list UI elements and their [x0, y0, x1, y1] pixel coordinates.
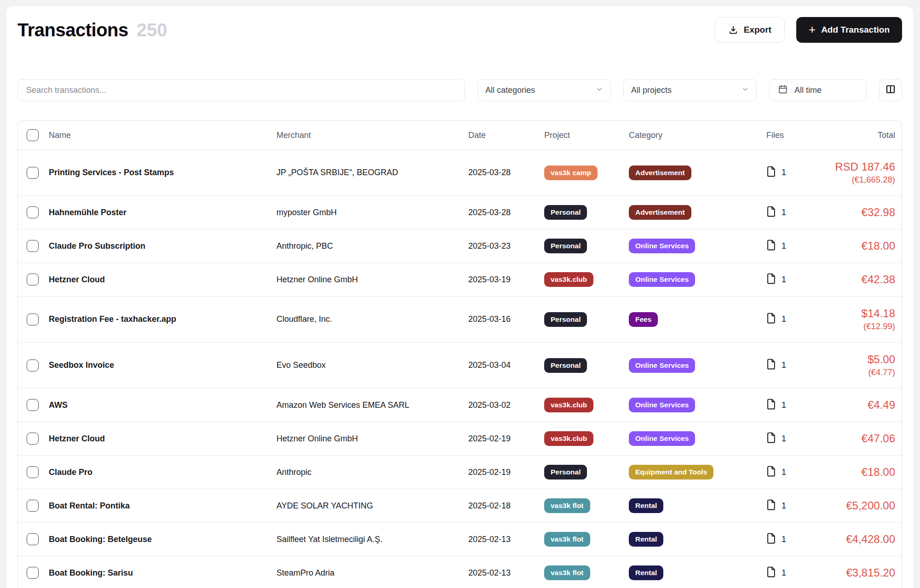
plus-icon: +	[809, 23, 816, 35]
transaction-date: 2025-02-13	[468, 568, 544, 578]
table-row[interactable]: Hetzner Cloud Hetzner Online GmbH 2025-0…	[18, 422, 902, 456]
row-checkbox[interactable]	[27, 533, 39, 545]
transaction-merchant: JP „POŠTA SRBIJE“, BEOGRAD	[276, 168, 468, 177]
transaction-merchant: Hetzner Online GmbH	[276, 434, 468, 444]
row-checkbox[interactable]	[27, 274, 39, 285]
transaction-merchant: Anthropic, PBC	[276, 241, 468, 251]
total-amount: €47.06	[862, 432, 895, 445]
transactions-table: Name Merchant Date Project Category File…	[17, 120, 902, 588]
search-input[interactable]	[17, 79, 465, 101]
file-icon	[766, 273, 776, 286]
transaction-date: 2025-03-28	[468, 208, 544, 217]
row-checkbox[interactable]	[27, 399, 39, 411]
total-amount: €32.98	[862, 206, 895, 219]
download-icon	[728, 25, 738, 35]
file-icon	[766, 399, 776, 412]
file-icon	[766, 499, 776, 513]
category-badge: Rental	[629, 532, 663, 547]
table-row[interactable]: Registration Fee - taxhacker.app Cloudfl…	[18, 297, 902, 343]
transaction-merchant: Hetzner Online GmbH	[276, 275, 468, 285]
transaction-merchant: SteamPro Adria	[276, 568, 468, 578]
table-row[interactable]: AWS Amazon Web Services EMEA SARL 2025-0…	[18, 388, 902, 422]
category-badge: Online Services	[629, 431, 695, 446]
total-amount: €4.49	[868, 399, 895, 411]
total-amount-converted: (€4.77)	[868, 367, 895, 377]
column-header-project: Project	[544, 131, 629, 140]
table-row[interactable]: Seedbox Invoice Evo Seedbox 2025-03-04 P…	[18, 343, 902, 388]
select-all-checkbox[interactable]	[27, 129, 39, 141]
column-header-name: Name	[49, 131, 276, 140]
row-checkbox[interactable]	[27, 167, 39, 179]
transaction-date: 2025-03-02	[468, 400, 544, 410]
column-header-category: Category	[629, 131, 766, 140]
projects-select[interactable]: All projects	[623, 79, 757, 101]
table-row[interactable]: Printing Services - Post Stamps JP „POŠT…	[18, 150, 902, 196]
transaction-date: 2025-02-19	[468, 434, 544, 444]
categories-select-value: All categories	[485, 86, 535, 95]
table-row[interactable]: Hahnemühle Poster myposter GmbH 2025-03-…	[18, 196, 902, 229]
add-transaction-button[interactable]: + Add Transaction	[796, 17, 902, 43]
category-badge: Fees	[629, 312, 658, 327]
table-row[interactable]: Claude Pro Subscription Anthropic, PBC 2…	[18, 229, 902, 263]
table-row[interactable]: Hetzner Cloud Hetzner Online GmbH 2025-0…	[18, 263, 902, 297]
filter-bar: All categories All projects All time	[17, 79, 902, 101]
table-row[interactable]: Claude Pro Anthropic 2025-02-19 Personal…	[18, 456, 902, 489]
main-panel: Transactions 250 Export + Add Transactio…	[6, 6, 913, 588]
file-icon	[766, 533, 776, 546]
transaction-date: 2025-03-28	[468, 168, 544, 177]
category-badge: Online Services	[629, 272, 695, 287]
chevron-down-icon	[742, 86, 749, 95]
transaction-merchant: myposter GmbH	[276, 208, 468, 217]
column-header-total: Total	[824, 131, 902, 140]
columns-icon	[885, 84, 896, 97]
total-amount: €42.38	[862, 273, 895, 286]
projects-select-value: All projects	[631, 86, 672, 95]
file-icon	[766, 166, 776, 179]
date-range-button[interactable]: All time	[769, 79, 867, 101]
row-checkbox[interactable]	[27, 433, 39, 445]
page-header: Transactions 250 Export + Add Transactio…	[17, 17, 902, 43]
file-icon	[766, 206, 776, 219]
transaction-date: 2025-02-18	[468, 501, 544, 511]
row-checkbox[interactable]	[27, 240, 39, 252]
calendar-icon	[778, 84, 788, 97]
file-count: 1	[782, 468, 786, 477]
transaction-name: AWS	[49, 400, 276, 410]
transaction-merchant: Amazon Web Services EMEA SARL	[276, 400, 468, 410]
file-count: 1	[782, 568, 786, 578]
row-checkbox[interactable]	[27, 206, 39, 218]
file-count: 1	[782, 360, 786, 370]
category-badge: Rental	[629, 565, 663, 580]
row-checkbox[interactable]	[27, 567, 39, 579]
page-title: Transactions	[17, 20, 128, 40]
total-amount-converted: (€1,665.28)	[851, 175, 895, 185]
project-badge: vas3k.club	[544, 398, 593, 412]
file-icon	[766, 566, 776, 580]
total-amount: $14.18	[862, 307, 895, 320]
row-checkbox[interactable]	[27, 314, 39, 325]
row-checkbox[interactable]	[27, 466, 39, 478]
row-checkbox[interactable]	[27, 500, 39, 512]
table-row[interactable]: Boat Booking: Betelgeuse Sailfleet Yat I…	[18, 523, 902, 556]
export-button[interactable]: Export	[715, 17, 785, 43]
transaction-merchant: AYDE SOLAR YACHTING	[276, 501, 468, 511]
file-count: 1	[782, 400, 786, 410]
categories-select[interactable]: All categories	[477, 79, 611, 101]
row-checkbox[interactable]	[27, 360, 39, 371]
category-badge: Online Services	[629, 398, 695, 412]
file-count: 1	[782, 314, 786, 324]
project-badge: Personal	[544, 465, 587, 480]
table-row[interactable]: Boat Rental: Pontika AYDE SOLAR YACHTING…	[18, 489, 902, 523]
file-count: 1	[782, 241, 786, 251]
total-amount: RSD 187.46	[835, 160, 895, 173]
category-badge: Advertisement	[629, 166, 691, 180]
transaction-date: 2025-03-04	[468, 360, 544, 370]
table-row[interactable]: Boat Booking: Sarisu SteamPro Adria 2025…	[18, 556, 902, 588]
total-amount: €18.00	[862, 466, 895, 479]
category-badge: Online Services	[629, 239, 695, 253]
file-icon	[766, 240, 776, 253]
file-icon	[766, 359, 776, 372]
transaction-count: 250	[137, 20, 167, 40]
column-toggle-button[interactable]	[879, 79, 902, 101]
file-count: 1	[782, 501, 786, 511]
